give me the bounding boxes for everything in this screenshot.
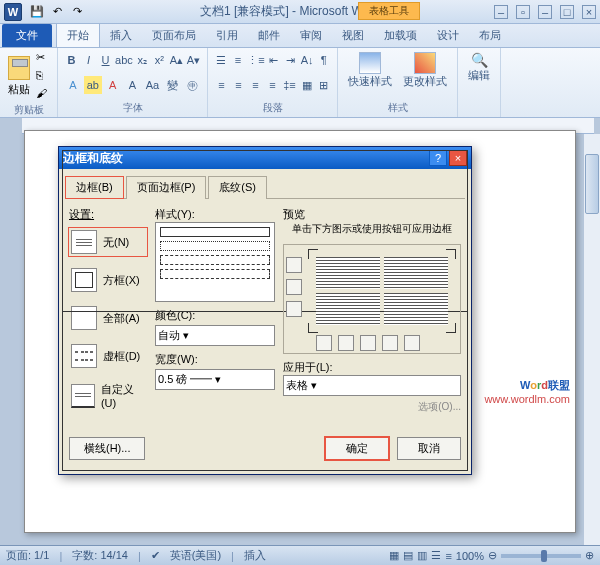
tab-design[interactable]: 设计 xyxy=(427,24,469,47)
zoom-out-button[interactable]: ⊖ xyxy=(488,549,497,562)
preview-diagram[interactable] xyxy=(312,253,452,329)
paragraph-group-label: 段落 xyxy=(214,100,331,115)
shrink-font-icon[interactable]: A▾ xyxy=(186,51,201,69)
copy-icon[interactable]: ⎘ xyxy=(35,68,51,84)
border-right-button[interactable] xyxy=(382,335,398,351)
align-left-icon[interactable]: ≡ xyxy=(214,76,229,94)
borders-icon[interactable]: ⊞ xyxy=(316,76,331,94)
status-separator: | xyxy=(59,550,62,562)
char-shading-icon[interactable]: A xyxy=(124,76,142,94)
sort-icon[interactable]: A↓ xyxy=(300,51,315,69)
align-center-icon[interactable]: ≡ xyxy=(231,76,246,94)
preview-cell xyxy=(316,257,380,289)
grow-font-icon[interactable]: A▴ xyxy=(169,51,184,69)
preview-cell xyxy=(384,257,448,289)
watermark-text: Word联盟 xyxy=(484,378,570,393)
paste-button[interactable]: 粘贴 xyxy=(6,54,32,99)
show-marks-icon[interactable]: ¶ xyxy=(316,51,331,69)
view-web-icon[interactable]: ▥ xyxy=(417,549,427,562)
preview-buttons-left xyxy=(286,257,302,317)
tab-insert[interactable]: 插入 xyxy=(100,24,142,47)
cut-icon[interactable]: ✂ xyxy=(35,50,51,66)
group-styles: 快速样式 更改样式 样式 xyxy=(338,48,458,117)
zoom-in-button[interactable]: ⊕ xyxy=(585,549,594,562)
redo-icon[interactable]: ↷ xyxy=(68,3,86,21)
status-check-icon[interactable]: ✔ xyxy=(151,549,160,562)
border-diag1-button[interactable] xyxy=(316,335,332,351)
quick-styles-label: 快速样式 xyxy=(348,74,392,89)
border-hmiddle-button[interactable] xyxy=(286,279,302,295)
watermark-url: www.wordlm.com xyxy=(484,393,570,405)
zoom-slider[interactable] xyxy=(501,554,581,558)
scrollbar-thumb[interactable] xyxy=(585,154,599,214)
status-language[interactable]: 英语(美国) xyxy=(170,548,221,563)
view-read-icon[interactable]: ▤ xyxy=(403,549,413,562)
tab-addins[interactable]: 加载项 xyxy=(374,24,427,47)
maximize-button[interactable]: □ xyxy=(560,5,574,19)
statusbar: 页面: 1/1 | 字数: 14/14 | ✔ 英语(美国) | 插入 ▦ ▤ … xyxy=(0,545,600,565)
group-clipboard: 粘贴 ✂ ⎘ 🖌 剪贴板 xyxy=(0,48,58,117)
dialog-content: 设置: 无(N) 方框(X) 全部(A) 虚框 xyxy=(65,199,465,429)
tab-file[interactable]: 文件 xyxy=(2,24,52,47)
font-color-icon[interactable]: A xyxy=(104,76,122,94)
highlight-icon[interactable]: ab xyxy=(84,76,102,94)
tab-view[interactable]: 视图 xyxy=(332,24,374,47)
border-diag2-button[interactable] xyxy=(404,335,420,351)
justify-icon[interactable]: ≡ xyxy=(265,76,280,94)
numbering-icon[interactable]: ≡ xyxy=(231,51,246,69)
restore-button[interactable]: ▫ xyxy=(516,5,530,19)
bold-button[interactable]: B xyxy=(64,51,79,69)
tab-page-layout[interactable]: 页面布局 xyxy=(142,24,206,47)
enclose-icon[interactable]: ㊥ xyxy=(183,76,201,94)
status-separator: | xyxy=(231,550,234,562)
undo-icon[interactable]: ↶ xyxy=(48,3,66,21)
line-spacing-icon[interactable]: ‡≡ xyxy=(282,76,297,94)
setting-all[interactable]: 全部(A) xyxy=(69,304,147,332)
preview-cell xyxy=(384,293,448,325)
bullets-icon[interactable]: ☰ xyxy=(214,51,229,69)
border-left-button[interactable] xyxy=(338,335,354,351)
subscript-button[interactable]: x₂ xyxy=(135,51,150,69)
multilevel-icon[interactable]: ⋮≡ xyxy=(247,51,264,69)
borders-shading-dialog: 边框和底纹 ? × 边框(B) 页面边框(P) 底纹(S) 设置: 无(N) xyxy=(58,146,472,475)
tab-review[interactable]: 审阅 xyxy=(290,24,332,47)
tab-references[interactable]: 引用 xyxy=(206,24,248,47)
vertical-scrollbar[interactable] xyxy=(584,134,600,545)
italic-button[interactable]: I xyxy=(81,51,96,69)
clipboard-group-label: 剪贴板 xyxy=(6,102,51,117)
status-page[interactable]: 页面: 1/1 xyxy=(6,548,49,563)
border-bottom-button[interactable] xyxy=(286,301,302,317)
view-print-icon[interactable]: ▦ xyxy=(389,549,399,562)
tab-mailings[interactable]: 邮件 xyxy=(248,24,290,47)
phonetic-icon[interactable]: 變 xyxy=(163,76,181,94)
border-top-button[interactable] xyxy=(286,257,302,273)
minimize-button[interactable]: – xyxy=(494,5,508,19)
text-effects-icon[interactable]: A xyxy=(64,76,82,94)
close-button[interactable]: × xyxy=(582,5,596,19)
editing-button[interactable]: 🔍 编辑 xyxy=(464,50,494,85)
view-outline-icon[interactable]: ☰ xyxy=(431,549,441,562)
strike-button[interactable]: abc xyxy=(115,51,133,69)
indent-dec-icon[interactable]: ⇤ xyxy=(267,51,282,69)
window-title: 文档1 [兼容模式] - Microsoft Word xyxy=(86,3,494,20)
view-draft-icon[interactable]: ≡ xyxy=(445,550,451,562)
shading-icon[interactable]: ▦ xyxy=(299,76,314,94)
quick-styles-button[interactable]: 快速样式 xyxy=(344,50,396,91)
quick-styles-icon xyxy=(359,52,381,74)
superscript-button[interactable]: x² xyxy=(152,51,167,69)
format-painter-icon[interactable]: 🖌 xyxy=(35,86,51,102)
ribbon-min-button[interactable]: – xyxy=(538,5,552,19)
change-styles-button[interactable]: 更改样式 xyxy=(399,50,451,91)
zoom-level[interactable]: 100% xyxy=(456,550,484,562)
align-right-icon[interactable]: ≡ xyxy=(248,76,263,94)
status-words[interactable]: 字数: 14/14 xyxy=(72,548,128,563)
border-vmiddle-button[interactable] xyxy=(360,335,376,351)
char-border-icon[interactable]: Aa xyxy=(143,76,161,94)
tab-table-layout[interactable]: 布局 xyxy=(469,24,511,47)
underline-button[interactable]: U xyxy=(98,51,113,69)
save-icon[interactable]: 💾 xyxy=(28,3,46,21)
ribbon: 粘贴 ✂ ⎘ 🖌 剪贴板 B I U abc x₂ x² A▴ A▾ A ab … xyxy=(0,48,600,118)
tab-home[interactable]: 开始 xyxy=(56,23,100,47)
status-insert-mode[interactable]: 插入 xyxy=(244,548,266,563)
indent-inc-icon[interactable]: ⇥ xyxy=(283,51,298,69)
